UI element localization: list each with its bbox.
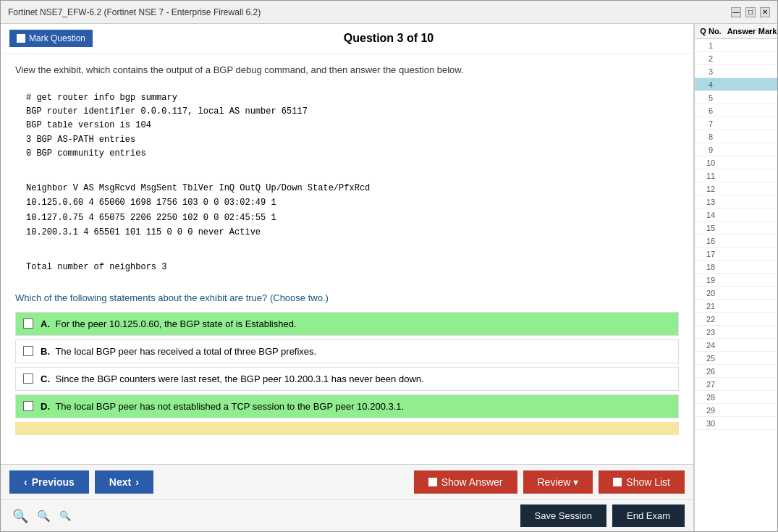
code-line-2: BGP router identifier 0.0.0.117, local A…: [26, 105, 668, 119]
show-list-button[interactable]: Show List: [599, 470, 685, 494]
question-list-item[interactable]: 11: [695, 169, 777, 182]
option-a[interactable]: A. For the peer 10.125.0.60, the BGP sta…: [15, 312, 679, 336]
option-a-text: A. For the peer 10.125.0.60, the BGP sta…: [41, 318, 297, 329]
option-c[interactable]: C. Since the BGP counters were last rese…: [15, 367, 679, 391]
mark-question-button[interactable]: Mark Question: [9, 30, 93, 47]
question-list-item[interactable]: 10: [695, 156, 777, 169]
question-list-item[interactable]: 7: [695, 117, 777, 130]
checkbox-a[interactable]: [23, 318, 33, 329]
question-list-item[interactable]: 16: [695, 235, 777, 248]
end-exam-button[interactable]: End Exam: [612, 504, 685, 527]
review-label: Review: [538, 476, 571, 488]
question-list-item[interactable]: 6: [695, 104, 777, 117]
question-list-item[interactable]: 4: [695, 78, 777, 91]
question-area: View the exhibit, which contains the out…: [1, 54, 693, 464]
zoom-reset-button[interactable]: 🔍: [34, 508, 54, 524]
zoom-controls: 🔍 🔍 🔍: [9, 507, 74, 525]
q-number: 10: [696, 159, 725, 167]
bookmark-icon: [17, 34, 25, 43]
option-d[interactable]: D. The local BGP peer has not establishe…: [15, 394, 679, 418]
question-list-item[interactable]: 20: [695, 287, 777, 300]
table-row-2: 10.127.0.75 4 65075 2206 2250 102 0 0 02…: [26, 211, 668, 225]
checkbox-b[interactable]: [23, 346, 33, 356]
question-list-item[interactable]: 19: [695, 274, 777, 287]
question-list-item[interactable]: 14: [695, 208, 777, 221]
question-list-item[interactable]: 29: [695, 404, 777, 417]
question-list-item[interactable]: 3: [695, 65, 777, 78]
q-number: 1: [696, 41, 725, 50]
next-chevron-icon: ›: [135, 476, 139, 488]
q-number: 30: [696, 419, 725, 428]
checkbox-d[interactable]: [23, 401, 33, 411]
checkbox-c[interactable]: [23, 373, 33, 384]
question-list-item[interactable]: 21: [695, 300, 777, 313]
zoom-out-button[interactable]: 🔍: [56, 509, 74, 523]
question-list-item[interactable]: 13: [695, 195, 777, 208]
q-number: 24: [696, 341, 725, 350]
q-number: 7: [696, 119, 725, 128]
exhibit-intro: View the exhibit, which contains the out…: [15, 64, 679, 75]
question-list-item[interactable]: 8: [695, 130, 777, 143]
code-line-1: # get router info bgp summary: [26, 91, 668, 105]
question-list-item[interactable]: 15: [695, 221, 777, 235]
save-session-label: Save Session: [535, 510, 593, 521]
question-list-item[interactable]: 17: [695, 248, 777, 261]
question-list-item[interactable]: 1: [695, 39, 777, 52]
window-title: Fortinet NSE7_EFW-6.2 (Fortinet NSE 7 - …: [8, 7, 261, 17]
question-list-item[interactable]: 30: [695, 417, 777, 430]
q-number: 21: [696, 302, 725, 311]
previous-button[interactable]: ‹ Previous: [9, 470, 89, 494]
minimize-button[interactable]: —: [731, 7, 741, 17]
q-number: 28: [696, 393, 725, 402]
code-line-4: 3 BGP AS-PATH entries: [26, 133, 668, 147]
q-number: 16: [696, 237, 725, 245]
answer-strip: [15, 422, 679, 435]
q-number: 2: [696, 54, 725, 63]
q-number: 18: [696, 263, 725, 271]
question-list-item[interactable]: 25: [695, 352, 777, 365]
main-content: Mark Question Question 3 of 10 View the …: [1, 24, 777, 531]
q-number: 22: [696, 315, 725, 324]
q-number: 27: [696, 380, 725, 389]
question-list-item[interactable]: 12: [695, 182, 777, 195]
question-list-item[interactable]: 23: [695, 326, 777, 339]
show-answer-label: Show Answer: [441, 476, 503, 488]
next-label: Next: [109, 476, 131, 488]
question-list-item[interactable]: 27: [695, 378, 777, 391]
q-number: 25: [696, 354, 725, 363]
code-line-3: BGP table version is 104: [26, 119, 668, 132]
maximize-button[interactable]: □: [745, 7, 756, 17]
show-answer-icon: [428, 478, 437, 486]
question-title: Question 3 of 10: [344, 32, 434, 44]
table-row-3: 10.200.3.1 4 65501 101 115 0 0 0 never A…: [26, 225, 668, 240]
bgp-table: Neighbor V AS MsgRcvd MsgSent TblVer InQ…: [15, 175, 679, 246]
save-session-button[interactable]: Save Session: [520, 504, 607, 527]
q-number: 23: [696, 328, 725, 337]
question-list-item[interactable]: 2: [695, 52, 777, 65]
q-number: 19: [696, 276, 725, 284]
next-button[interactable]: Next ›: [95, 470, 153, 494]
option-b[interactable]: B. The local BGP peer has received a tot…: [15, 339, 679, 363]
question-list-panel: Q No. Answer Marked 1 2 3 4 5 6: [694, 24, 777, 531]
question-list-item[interactable]: 28: [695, 391, 777, 404]
question-list-item[interactable]: 18: [695, 261, 777, 274]
question-list-item[interactable]: 26: [695, 365, 777, 378]
show-list-label: Show List: [626, 476, 670, 488]
show-answer-button[interactable]: Show Answer: [414, 470, 517, 494]
total-neighbors: Total number of neighbors 3: [26, 261, 668, 274]
question-prompt: Which of the following statements about …: [15, 292, 679, 303]
question-list-item[interactable]: 5: [695, 91, 777, 104]
window-controls: — □ ✕: [731, 7, 770, 17]
left-panel: Mark Question Question 3 of 10 View the …: [1, 24, 694, 531]
q-number: 13: [696, 198, 725, 206]
close-button[interactable]: ✕: [760, 7, 770, 17]
question-list-item[interactable]: 24: [695, 339, 777, 352]
question-list-item[interactable]: 9: [695, 143, 777, 156]
zoom-in-button[interactable]: 🔍: [9, 507, 31, 525]
show-list-icon: [613, 478, 622, 486]
q-number: 20: [696, 289, 725, 297]
question-list-item[interactable]: 22: [695, 313, 777, 326]
q-number: 14: [696, 211, 725, 219]
q-no-header: Q No.: [696, 27, 725, 35]
review-button[interactable]: Review ▾: [523, 470, 593, 494]
